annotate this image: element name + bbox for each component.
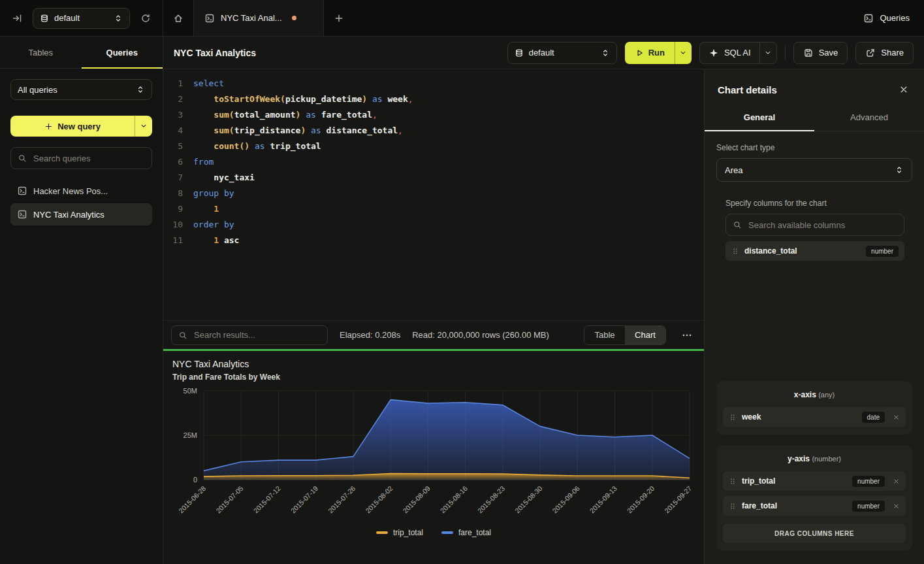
chart-details-title: Chart details xyxy=(718,84,777,95)
main: NYC Taxi Analytics default Run xyxy=(163,37,924,564)
drop-zone[interactable]: DRAG COLUMNS HERE xyxy=(723,523,906,543)
topbar-database-value: default xyxy=(54,13,108,23)
search-results-input[interactable] xyxy=(193,329,321,340)
sql-ai-button[interactable]: SQL AI xyxy=(699,42,759,64)
code-line: 7 nyc_taxi xyxy=(167,170,704,186)
code-line: 10order by xyxy=(167,217,704,233)
run-button[interactable]: Run xyxy=(625,42,675,64)
share-button[interactable]: Share xyxy=(855,42,914,64)
search-columns-input[interactable] xyxy=(747,220,897,231)
chart-type-label: Select chart type xyxy=(716,143,912,152)
drag-handle-icon[interactable] xyxy=(731,247,739,256)
column-name: fare_total xyxy=(742,501,777,510)
home-button[interactable] xyxy=(163,0,193,36)
svg-text:2015-09-27: 2015-09-27 xyxy=(663,484,693,515)
query-file-icon xyxy=(17,209,27,220)
chart-subtitle: Trip and Fare Totals by Week xyxy=(172,373,695,382)
chart-details-header: Chart details xyxy=(705,69,924,106)
view-chart-button[interactable]: Chart xyxy=(625,326,665,344)
chart-title: NYC Taxi Analytics xyxy=(172,359,695,369)
line-number: 2 xyxy=(167,91,183,107)
new-tab-button[interactable] xyxy=(324,0,354,36)
queries-icon xyxy=(863,13,874,24)
svg-text:2015-09-20: 2015-09-20 xyxy=(626,484,656,515)
axes-cards: x-axis (any)weekdatey-axis (number)trip_… xyxy=(716,381,912,551)
read-stat: Read: 20,000,000 rows (260.00 MB) xyxy=(412,330,549,340)
drag-handle-icon[interactable] xyxy=(729,502,737,510)
code-line: 11 1 asc xyxy=(167,233,704,248)
legend-item[interactable]: trip_total xyxy=(376,528,423,537)
tab-general[interactable]: General xyxy=(705,106,814,131)
svg-text:25M: 25M xyxy=(183,431,197,439)
column-chip[interactable]: weekdate xyxy=(723,407,906,427)
view-toggle: Table Chart xyxy=(584,325,666,345)
search-icon xyxy=(178,331,187,340)
queries-filter-select[interactable]: All queries xyxy=(10,79,152,100)
new-query-dropdown[interactable] xyxy=(135,116,152,137)
page-title: NYC Taxi Analytics xyxy=(174,48,256,58)
query-label: Hacker News Pos... xyxy=(33,186,108,196)
queries-button[interactable]: Queries xyxy=(863,13,910,24)
tab-advanced[interactable]: Advanced xyxy=(814,106,924,131)
remove-column-icon[interactable] xyxy=(893,414,900,421)
more-options-icon[interactable] xyxy=(678,326,696,344)
axis-card: y-axis (number)trip_totalnumberfare_tota… xyxy=(716,445,912,551)
refresh-icon[interactable] xyxy=(136,9,155,27)
column-name: trip_total xyxy=(742,476,775,486)
tab-queries[interactable]: Queries xyxy=(82,37,163,68)
legend-swatch xyxy=(441,531,453,534)
database-select[interactable]: default xyxy=(507,42,617,64)
close-icon[interactable] xyxy=(897,82,911,97)
legend-item[interactable]: fare_total xyxy=(441,528,491,537)
search-icon xyxy=(733,220,742,229)
save-button[interactable]: Save xyxy=(793,42,848,64)
chevron-updown-icon xyxy=(895,165,904,174)
area-chart: 025M50M2015-06-282015-07-052015-07-12201… xyxy=(172,387,695,528)
code-line: 9 1 xyxy=(167,201,704,217)
line-number: 8 xyxy=(167,186,183,201)
app: default NYC Taxi Anal... Queries Ta xyxy=(0,0,924,564)
drag-handle-icon[interactable] xyxy=(729,477,737,486)
tab-strip: NYC Taxi Anal... xyxy=(163,0,354,36)
remove-column-icon[interactable] xyxy=(893,503,900,510)
legend-label: trip_total xyxy=(393,528,423,537)
drag-handle-icon[interactable] xyxy=(729,413,737,422)
line-number: 9 xyxy=(167,201,183,217)
query-list-item[interactable]: NYC Taxi Analytics xyxy=(10,203,152,225)
new-query-button[interactable]: New query xyxy=(10,116,135,137)
remove-column-icon[interactable] xyxy=(893,478,900,485)
search-columns-box xyxy=(725,214,904,236)
column-chip[interactable]: trip_totalnumber xyxy=(723,471,906,491)
main-header: NYC Taxi Analytics default Run xyxy=(163,37,924,69)
sidebar: Tables Queries All queries New query xyxy=(0,37,163,564)
column-chip[interactable]: fare_totalnumber xyxy=(723,496,906,516)
search-queries-box xyxy=(10,147,152,169)
view-table-button[interactable]: Table xyxy=(584,326,625,344)
query-list: Hacker News Pos...NYC Taxi Analytics xyxy=(10,180,152,225)
tab-nyc-taxi-analytics[interactable]: NYC Taxi Anal... xyxy=(193,0,324,36)
chart-legend: trip_totalfare_total xyxy=(172,528,695,537)
legend-swatch xyxy=(376,531,388,534)
workspace: 1select2 toStartOfWeek(pickup_datetime) … xyxy=(163,69,704,564)
share-icon xyxy=(865,48,876,58)
tab-tables[interactable]: Tables xyxy=(0,37,82,68)
collapse-sidebar-icon[interactable] xyxy=(8,9,26,27)
run-dropdown[interactable] xyxy=(675,42,692,64)
svg-text:2015-09-06: 2015-09-06 xyxy=(550,484,581,515)
column-chip[interactable]: distance_totalnumber xyxy=(725,241,904,261)
query-label: NYC Taxi Analytics xyxy=(33,210,104,220)
chart-type-select[interactable]: Area xyxy=(716,158,912,182)
code-line: 4 sum(trip_distance) as distance_total, xyxy=(167,123,704,139)
sql-ai-dropdown[interactable] xyxy=(759,42,777,64)
svg-text:2015-08-30: 2015-08-30 xyxy=(513,484,544,515)
code-line: 1select xyxy=(167,76,704,91)
sql-editor[interactable]: 1select2 toStartOfWeek(pickup_datetime) … xyxy=(163,69,704,320)
chevron-updown-icon xyxy=(136,85,145,94)
chevron-down-icon xyxy=(764,49,772,57)
search-icon xyxy=(18,154,27,163)
query-list-item[interactable]: Hacker News Pos... xyxy=(10,180,152,202)
topbar-database-select[interactable]: default xyxy=(33,8,130,29)
svg-text:2015-08-23: 2015-08-23 xyxy=(476,484,507,515)
chevron-updown-icon xyxy=(114,14,123,23)
search-queries-input[interactable] xyxy=(32,153,145,164)
